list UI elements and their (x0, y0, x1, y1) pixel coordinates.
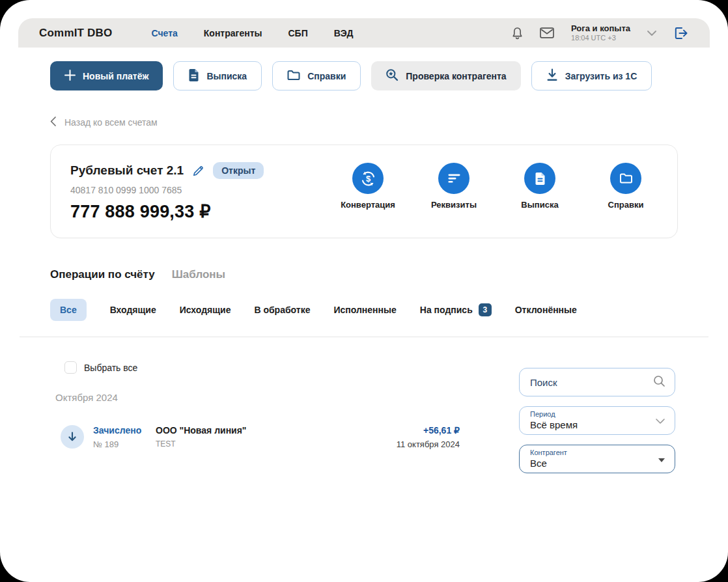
filter-tab-executed[interactable]: Исполненные (333, 305, 396, 315)
filter-tab-all[interactable]: Все (50, 299, 87, 321)
transaction-amount: +56,61 ₽ (397, 425, 460, 436)
counterparty-value: Все (530, 458, 567, 469)
folder-icon (287, 70, 300, 83)
back-link[interactable]: Назад ко всем счетам (50, 117, 158, 128)
search-check-icon (385, 68, 399, 83)
account-balance: 777 888 999,33 ₽ (70, 201, 264, 222)
account-card: Рублевый счет 2.1 Открыт 40817 810 0999 … (50, 145, 678, 238)
counterparty-check-button[interactable]: Проверка контрагента (371, 61, 520, 90)
incoming-arrow-icon (61, 425, 84, 449)
period-select[interactable]: Период Всё время (519, 406, 675, 435)
search-icon (653, 375, 665, 390)
statement-label: Выписка (206, 71, 247, 81)
account-title: Рублевый счет 2.1 (70, 163, 184, 178)
nav-item-accounts[interactable]: Счета (152, 28, 178, 38)
nav-item-counterparties[interactable]: Контрагенты (204, 28, 262, 38)
bell-icon[interactable] (512, 27, 523, 40)
search-input[interactable] (530, 377, 653, 388)
import-1c-label: Загрузить из 1С (565, 71, 637, 81)
select-all-control[interactable]: Выбрать все (64, 361, 137, 374)
back-link-label: Назад ко всем счетам (64, 117, 158, 128)
filter-tab-rejected[interactable]: Отклонённые (515, 305, 577, 315)
new-payment-button[interactable]: Новый платёж (50, 61, 163, 90)
chevron-down-icon (656, 415, 665, 426)
statement-button[interactable]: Выписка (173, 61, 262, 90)
triangle-down-icon (658, 453, 665, 465)
certificates-button[interactable]: Справки (272, 61, 361, 90)
quick-action-statement[interactable]: Выписка (509, 163, 570, 222)
filter-tab-outgoing[interactable]: Исходящие (180, 305, 231, 315)
tab-templates[interactable]: Шаблоны (172, 268, 225, 281)
account-info: Рублевый счет 2.1 Открыт 40817 810 0999 … (70, 162, 264, 222)
search-box[interactable] (519, 368, 675, 396)
app-logo: CommIT DBO (39, 27, 113, 40)
filter-tab-incoming[interactable]: Входящие (110, 305, 156, 315)
filters-panel: Период Всё время Контрагент Все (519, 368, 675, 473)
mail-icon[interactable] (540, 27, 554, 38)
transaction-number: № 189 (93, 439, 153, 449)
new-payment-label: Новый платёж (83, 71, 148, 81)
tab-operations[interactable]: Операции по счёту (50, 268, 155, 281)
quick-action-label: Выписка (521, 200, 558, 210)
transaction-status: Зачислено (93, 425, 153, 436)
currency-exchange-icon: $ (352, 163, 384, 194)
plus-icon (64, 70, 76, 83)
account-number: 40817 810 0999 1000 7685 (70, 185, 264, 195)
svg-text:$: $ (365, 174, 371, 184)
quick-action-requisites[interactable]: Реквизиты (423, 163, 484, 222)
transaction-date: 11 октября 2024 (397, 439, 460, 449)
counterparty-check-label: Проверка контрагента (406, 71, 506, 81)
period-value: Всё время (530, 419, 578, 431)
edit-pencil-icon[interactable] (192, 165, 204, 177)
download-icon (546, 68, 558, 83)
top-bar: CommIT DBO Счета Контрагенты СБП ВЭД Рог… (18, 18, 710, 48)
transaction-counterparty: ООО "Новая линия" (156, 425, 247, 436)
company-time: 18:04 UTC +3 (571, 34, 630, 43)
counterparty-select[interactable]: Контрагент Все (519, 445, 675, 473)
period-label: Период (530, 410, 578, 419)
month-heading: Октября 2024 (55, 392, 519, 403)
quick-action-label: Справки (608, 200, 644, 210)
list-lines-icon (438, 163, 469, 194)
filter-tab-to-sign-label: На подпись (420, 305, 473, 315)
filter-tab-processing[interactable]: В обработке (254, 305, 310, 315)
transaction-purpose: TEST (156, 439, 247, 449)
document-icon (188, 68, 199, 84)
main-nav: Счета Контрагенты СБП ВЭД (152, 28, 354, 38)
quick-actions: $ Конвертация Реквизиты Выписка (337, 162, 656, 222)
chevron-down-icon[interactable] (647, 31, 656, 36)
certificates-label: Справки (307, 71, 346, 81)
to-sign-count-badge: 3 (479, 303, 492, 316)
company-name: Рога и копыта (571, 23, 630, 34)
document-icon (524, 163, 555, 194)
filter-tab-to-sign[interactable]: На подпись 3 (420, 303, 492, 316)
import-1c-button[interactable]: Загрузить из 1С (531, 61, 652, 90)
select-all-checkbox[interactable] (64, 361, 77, 374)
transaction-row[interactable]: Зачислено № 189 ООО "Новая линия" TEST +… (61, 425, 519, 449)
logout-icon[interactable] (673, 26, 689, 40)
account-status-badge: Открыт (213, 162, 264, 179)
chevron-left-icon (50, 117, 56, 128)
actions-row: Новый платёж Выписка Справки Проверка ко… (50, 61, 678, 90)
app-window: CommIT DBO Счета Контрагенты СБП ВЭД Рог… (0, 0, 728, 582)
filter-tabs: Все Входящие Исходящие В обработке Испол… (50, 299, 678, 321)
operations-list: Выбрать все Октября 2024 Зачислено № 189… (55, 337, 519, 473)
nav-item-sbp[interactable]: СБП (288, 28, 307, 38)
counterparty-label: Контрагент (530, 449, 567, 457)
quick-action-conversion[interactable]: $ Конвертация (337, 163, 399, 222)
quick-action-label: Реквизиты (431, 200, 477, 210)
select-all-label: Выбрать все (84, 363, 137, 373)
section-heads: Операции по счёту Шаблоны (50, 268, 678, 281)
quick-action-certificates[interactable]: Справки (595, 163, 656, 222)
company-switcher[interactable]: Рога и копыта 18:04 UTC +3 (571, 23, 630, 43)
top-bar-right: Рога и копыта 18:04 UTC +3 (512, 23, 689, 43)
quick-action-label: Конвертация (341, 200, 395, 210)
folder-icon (610, 163, 641, 194)
nav-item-ved[interactable]: ВЭД (334, 28, 354, 38)
